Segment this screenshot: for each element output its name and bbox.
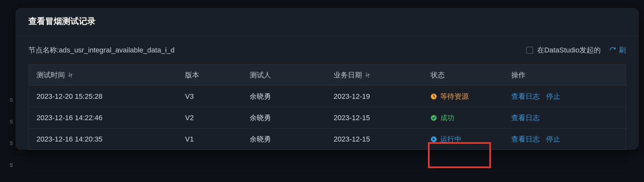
node-name-label: 节点名称:: [28, 45, 59, 55]
status-text: 成功: [440, 113, 454, 123]
status-text: 等待资源: [440, 92, 469, 101]
cell-time: 2023-12-16 14:20:35: [29, 135, 177, 143]
table-body: 2023-12-20 15:25:28V3余晓勇2023-12-19等待资源查看…: [29, 86, 626, 150]
col-actions: 操作: [504, 70, 626, 80]
cell-biz-date: 2023-12-15: [326, 135, 423, 143]
records-table: 测试时间 版本 测试人 业务日期 状: [28, 64, 626, 150]
edge-tick: s: [10, 161, 13, 168]
cell-time: 2023-12-16 14:22:46: [29, 114, 177, 122]
cell-tester: 余晓勇: [242, 113, 326, 123]
modal: 查看冒烟测试记录 节点名称: ads_usr_integral_availabl…: [16, 8, 639, 150]
col-test-time[interactable]: 测试时间: [29, 70, 177, 80]
filter-row: 节点名称: ads_usr_integral_available_data_i_…: [28, 45, 626, 55]
node-name-line: 节点名称: ads_usr_integral_available_data_i_…: [28, 45, 175, 55]
col-version-label: 版本: [185, 70, 199, 80]
col-actions-label: 操作: [511, 70, 525, 80]
refresh-icon: [609, 47, 616, 54]
modal-content: 节点名称: ads_usr_integral_available_data_i_…: [16, 36, 639, 150]
edge-tick: s: [10, 139, 13, 147]
col-version: 版本: [177, 70, 242, 80]
table-row: 2023-12-16 14:20:35V1余晓勇2023-12-15运行中查看日…: [29, 129, 626, 150]
stop-link[interactable]: 停止: [546, 92, 560, 101]
cell-actions: 查看日志停止: [504, 134, 626, 144]
col-biz-date-label: 业务日期: [334, 70, 362, 80]
play-circle-icon: [431, 136, 437, 142]
cell-actions: 查看日志: [504, 113, 626, 123]
modal-title: 查看冒烟测试记录: [28, 16, 626, 27]
cell-tester: 余晓勇: [242, 92, 326, 101]
cell-version: V1: [177, 135, 242, 143]
cell-time: 2023-12-20 15:25:28: [29, 92, 177, 101]
cell-status: 成功: [423, 107, 504, 128]
col-biz-date[interactable]: 业务日期: [326, 70, 423, 80]
check-circle-icon: [431, 115, 437, 121]
modal-header: 查看冒烟测试记录: [16, 8, 639, 36]
status-text: 运行中: [440, 134, 462, 144]
view-log-link[interactable]: 查看日志: [511, 92, 540, 101]
clock-icon: [431, 93, 437, 100]
cell-actions: 查看日志停止: [504, 92, 626, 101]
svg-point-1: [431, 115, 437, 121]
cell-version: V3: [177, 92, 242, 101]
cell-tester: 余晓勇: [242, 134, 326, 144]
col-status-label: 状态: [431, 70, 445, 80]
checkbox-box-icon: [526, 47, 533, 54]
col-test-time-label: 测试时间: [36, 70, 65, 80]
refresh-label: 刷: [619, 45, 626, 55]
table-row: 2023-12-20 15:25:28V3余晓勇2023-12-19等待资源查看…: [29, 86, 626, 107]
edge-tick: s: [10, 96, 13, 103]
col-tester-label: 测试人: [250, 70, 271, 80]
col-tester: 测试人: [242, 70, 326, 80]
table-header-row: 测试时间 版本 测试人 业务日期 状: [29, 64, 626, 86]
edge-tick: s: [10, 118, 13, 125]
cell-status: 运行中: [423, 129, 504, 150]
filter-datastudio-label: 在DataStudio发起的: [537, 45, 601, 55]
sort-icon: [68, 73, 73, 78]
sort-icon: [365, 73, 370, 78]
refresh-button[interactable]: 刷: [609, 45, 626, 55]
cell-status: 等待资源: [423, 86, 504, 107]
cell-version: V2: [177, 114, 242, 122]
stop-link[interactable]: 停止: [546, 134, 560, 144]
view-log-link[interactable]: 查看日志: [511, 113, 540, 123]
filter-datastudio-checkbox[interactable]: 在DataStudio发起的: [526, 45, 601, 55]
view-log-link[interactable]: 查看日志: [511, 134, 540, 144]
cell-biz-date: 2023-12-15: [326, 114, 423, 122]
node-name-value: ads_usr_integral_available_data_i_d: [59, 46, 174, 54]
cell-biz-date: 2023-12-19: [326, 92, 423, 101]
table-row: 2023-12-16 14:22:46V2余晓勇2023-12-15成功查看日志: [29, 107, 626, 129]
col-status: 状态: [423, 70, 504, 80]
